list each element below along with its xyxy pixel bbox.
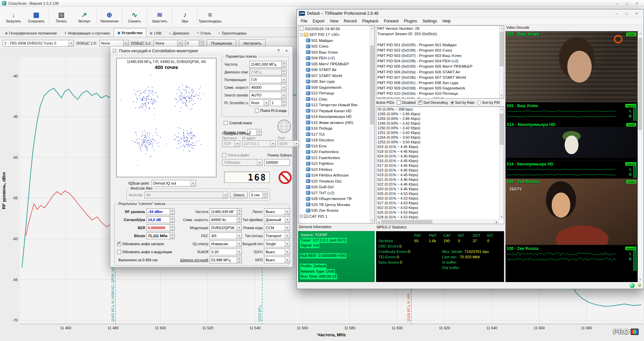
spinner-arrows-icon[interactable]: ▲▼ [237, 208, 242, 215]
pid-row[interactable]: 527 (0.01% ~ 4.53 Kbps) [376, 201, 499, 205]
tree-item[interactable]: 521 Fastnfunbox [299, 155, 370, 161]
tree-item[interactable]: 505 Матч! ПРЕМЬЕР [299, 61, 370, 67]
tree-item[interactable]: 528 Общественное ТВ [299, 196, 370, 202]
result-select-тип-потока[interactable]: Transport▼ [264, 232, 290, 239]
tree-item[interactable]: 517 TiJi [299, 131, 370, 137]
video-thumbnail[interactable]: 514 - Кинопремьера HDh264 [505, 122, 638, 160]
menu-forward[interactable]: Forward [381, 18, 401, 24]
spinner-arrows-icon[interactable]: ▲▼ [170, 208, 175, 215]
result-select-fec[interactable]: 4/5▼ [210, 232, 242, 239]
tab-стиль[interactable]: ✎Стиль [193, 29, 215, 37]
result-value-ber[interactable]: 0,0000000▲▼ [147, 224, 175, 231]
toolbar-scan-button[interactable]: ∿Сканить [123, 8, 146, 26]
spinner-arrows-icon[interactable]: ▲▼ [237, 257, 242, 263]
stream-col-value[interactable]: 127.0.0.1▼ [242, 140, 276, 147]
modcode-select[interactable]: All▼ [145, 192, 228, 198]
tree-item[interactable]: 503 Ваш Успех [299, 49, 370, 55]
tree-item[interactable]: 520 Fashionbox [299, 149, 370, 155]
tab-lnb[interactable]: ◧LNB [146, 29, 165, 37]
pid-row[interactable]: 20 (0.00% ~ 398 bps) [376, 107, 499, 112]
expander-icon[interactable]: - [300, 33, 303, 36]
param-stepper[interactable]: 1▲▼ [270, 99, 286, 106]
обновлять-инфо-о-модуляции-checkbox[interactable] [117, 250, 121, 254]
pid-row[interactable]: 522 (0.01% ~ 4.46 Kbps) [376, 182, 499, 187]
result-value-сигнал-шум[interactable]: 14,0 dB▲▼ [147, 216, 175, 223]
stream-col-value[interactable]: 6970▼ [278, 140, 299, 147]
help-button[interactable]: ? [274, 48, 282, 54]
toolbar-comb-button[interactable]: ≋Шерстить [148, 8, 171, 26]
diseqc10-select[interactable]: None▼ [100, 40, 128, 47]
result-value-ширина-несущей[interactable]: 53,988 МГц▲▼ [210, 257, 242, 263]
expander-icon[interactable]: + [300, 215, 303, 218]
tab-географическое-положение[interactable]: ◉Географическое положение [1, 29, 61, 37]
pid-sort-sort-by-rate[interactable]: Sort by Rate [450, 100, 475, 105]
menu-export[interactable]: Export [310, 18, 327, 24]
pid-row[interactable]: 1265 (0.00% ~ 2.86 Kbps) [376, 112, 499, 116]
menu-plugins[interactable]: Plugins [401, 18, 420, 24]
blind-search-checkbox[interactable] [224, 121, 228, 125]
spinner-arrows-icon[interactable]: ▲▼ [170, 232, 175, 239]
video-thumbnail[interactable]: 530 - Zee Russiah264ZEETV [505, 179, 638, 245]
video-scrollbar[interactable]: ▲▼ [638, 31, 642, 282]
tree-item[interactable]: 504 РЕН (+2) [299, 55, 370, 61]
menu-record[interactable]: Record [341, 18, 360, 24]
param-stepper[interactable]: 2 МГц▲▼ [250, 69, 286, 75]
tree-item[interactable]: 501 Майдан [299, 38, 370, 44]
stream-to-file-checkbox[interactable] [222, 153, 226, 157]
param-select[interactable]: 45000▼ [250, 84, 286, 91]
spinner-arrows-icon[interactable]: ▲▼ [170, 224, 175, 231]
tree-item[interactable]: 525 Timeless Dizi [299, 178, 370, 184]
maximize-button[interactable]: □ [622, 0, 632, 6]
tuner-select[interactable]: 2 - TBS 6908 DVBS/S2 Tuner 0▼ [3, 40, 74, 47]
stream-col-value[interactable]: TCP▼ [222, 140, 240, 147]
tree-item[interactable]: 516 Победа [299, 126, 370, 132]
pid-row[interactable]: 526 (0.01% ~ 4.53 Kbps) [376, 191, 499, 196]
tree-item[interactable]: 510 Пятница [299, 90, 370, 96]
tree-item[interactable]: 513 Первый Канал HD [299, 108, 370, 114]
radio-icon[interactable] [450, 101, 454, 105]
menu-playback[interactable]: Playback [360, 18, 381, 24]
tree-item[interactable]: 511 Спас [299, 96, 370, 102]
tsreader-titlebar[interactable]: DVB Default -- TSReader Professional 2.8… [297, 9, 644, 17]
tree-item[interactable]: 509 Gagsnetwork [299, 84, 370, 90]
menu-help[interactable]: Help [440, 18, 453, 24]
toolbar-save-button[interactable]: ▦Сохранить [25, 8, 48, 26]
tree-item[interactable]: 527 ТНТ (+2) [299, 190, 370, 196]
iqscan-select[interactable]: Demod IQ out▼ [152, 180, 196, 187]
result-select-режим-кода[interactable]: CCM▼ [264, 224, 290, 231]
spinner-arrows-icon[interactable]: ▲▼ [263, 192, 268, 198]
tree-item[interactable]: -SDT PID 17 <30> [299, 32, 370, 38]
pid-row[interactable]: 1250 (0.00% ~ 3.42 Kbps) [376, 126, 499, 130]
result-select-тип-фрейма[interactable]: Длинный▼ [264, 216, 290, 223]
spinner-arrows-icon[interactable]: ▲▼ [237, 216, 242, 223]
pid-sort-sort-by-pid[interactable]: Sort by PID [477, 100, 500, 105]
pid-sort-sort-decending[interactable]: Sort Decending [418, 100, 447, 105]
tree-item[interactable]: 507 START World [299, 73, 370, 79]
pid-row[interactable]: 515 (0.01% ~ 4.45 Kbps) [376, 168, 499, 173]
tab-устройство[interactable]: ▣Устройство [114, 28, 146, 37]
tab-информация-о-спутнике[interactable]: ✦Информация о спутнике [61, 29, 114, 37]
toolbar-export-button[interactable]: ↗Экспорт [73, 8, 96, 26]
result-value-bitrate[interactable]: 71,111 Мби▲▼ [147, 232, 175, 239]
result-select-пилот[interactable]: Выкл.▼ [264, 208, 290, 215]
param-select[interactable]: Root▼ [250, 99, 269, 106]
toolbar-print-button[interactable]: ▤Печать [50, 8, 73, 26]
toolbar-load-button[interactable]: ↓Загрузить [2, 8, 25, 26]
position-stepper[interactable]: 0▲▼ [185, 40, 204, 47]
param-stepper[interactable]: 11481,000 МГц▲▼ [250, 61, 286, 68]
pid-row[interactable]: 623 (0.01% ~ 4.45 Kbps) [376, 144, 499, 149]
pid-row[interactable]: 619 (0.01% ~ 4.45 Kbps) [376, 173, 499, 177]
pat-scrollbar[interactable]: ▲▼ [499, 26, 504, 98]
tree-item[interactable]: 512 Татарстан Новый Век [299, 102, 370, 108]
result-value-частота[interactable]: 11480,939 МГ▲▼ [210, 208, 242, 215]
close-button[interactable]: × [632, 10, 642, 16]
crazyscan-titlebar[interactable]: CrazyScan - Версия 1.0.2.138 – □ × [0, 0, 644, 7]
tree-item[interactable]: 508 Зал суда [299, 79, 370, 85]
tree-item[interactable]: 506 START Air [299, 67, 370, 73]
spinner-arrows-icon[interactable]: ▲▼ [282, 69, 286, 75]
detect-button[interactable]: Detect [230, 192, 248, 198]
tree-item[interactable]: 524 Filmbox Arthouse [299, 173, 370, 179]
menu-file[interactable]: File [298, 18, 310, 24]
tree-item[interactable]: 526 Gulli Girl [299, 184, 370, 190]
minimize-button[interactable]: – [611, 10, 622, 16]
